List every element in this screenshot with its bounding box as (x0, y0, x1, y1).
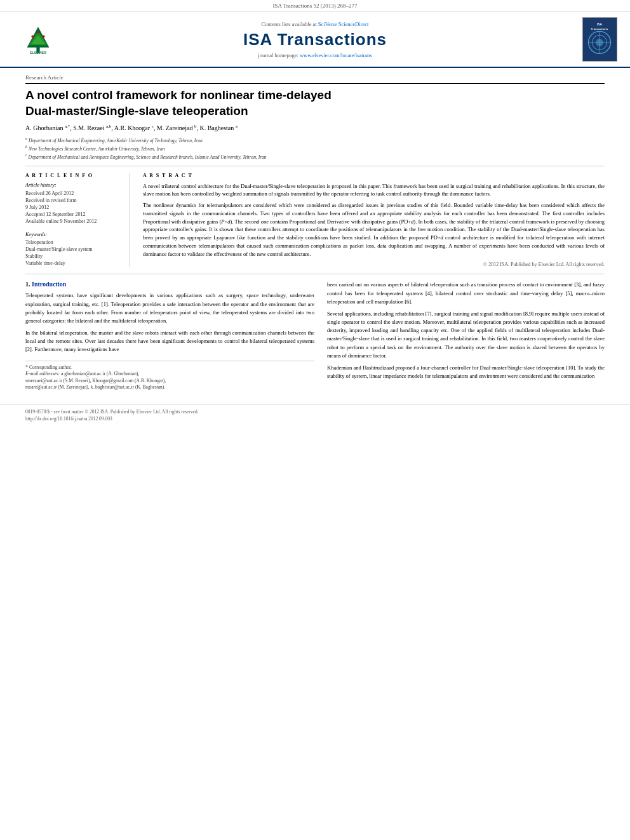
intro-para-2: In the bilateral teleoperation, the mast… (25, 329, 314, 354)
intro-section: 1. Introduction Teleoperated systems hav… (25, 281, 605, 390)
main-content: Research Article A novel control framewo… (0, 68, 630, 397)
intro-right-para-1: been carried out on various aspects of b… (327, 281, 605, 306)
journal-cover-image: ISA Transactions (582, 17, 617, 62)
journal-homepage: journal homepage: www.elsevier.com/locat… (64, 52, 566, 58)
intro-left-col: 1. Introduction Teleoperated systems hav… (25, 281, 314, 390)
available-date: Available online 9 November 2012 (25, 218, 122, 225)
intro-para-1: Teleoperated systems have significant de… (25, 291, 314, 325)
intro-right-para-2: Several applications, including rehabili… (327, 310, 605, 360)
svg-text:Transactions: Transactions (591, 27, 608, 30)
received-date: Received 26 April 2012 (25, 190, 122, 197)
affiliation-3: c Department of Mechanical and Aerospace… (25, 152, 605, 161)
svg-point-5 (43, 35, 44, 37)
keywords-section: Keywords: Teleoperation Dual-master/Sing… (25, 232, 122, 267)
page-wrapper: ISA Transactions 52 (2013) 268–277 ELSEV… (0, 0, 630, 426)
footnote-email-label: E-mail addresses: a.ghorbanian@aut.ac.ir… (25, 371, 314, 378)
footnote-email-3: mzare@aut.ac.ir (M. Zareinejad), k_baghe… (25, 384, 314, 391)
affiliation-1: a Department of Mechanical Engineering, … (25, 136, 605, 144)
accepted-date: Accepted 12 September 2012 (25, 211, 122, 218)
svg-text:ELSEVIER: ELSEVIER (30, 51, 46, 55)
journal-header: ELSEVIER Contents lists available at Sci… (0, 12, 630, 68)
keyword-4: Variable time-delay (25, 260, 122, 267)
svg-point-6 (37, 31, 39, 33)
received-revised: Received in revised form9 July 2012 (25, 197, 122, 211)
footnote-email-2: smrezaei@aut.ac.ir (S.M. Rezaei), Khooga… (25, 378, 314, 385)
section-name: Introduction (32, 281, 66, 288)
abstract-title: A B S T R A C T (143, 173, 605, 178)
affiliation-2: b New Technologies Research Centre, Amir… (25, 144, 605, 152)
authors-line: A. Ghorbanian a,*, S.M. Rezaei a,b, A.R.… (25, 124, 605, 131)
article-title: A novel control framework for nonlinear … (25, 88, 605, 119)
history-label: Article history: (25, 182, 122, 188)
section-divider (25, 274, 605, 274)
contents-line: Contents lists available at SciVerse Sci… (64, 21, 566, 27)
keyword-3: Stability (25, 253, 122, 260)
issn-text: 0019-0578/$ - see front matter © 2012 IS… (25, 408, 605, 415)
article-info-title: A R T I C L E I N F O (25, 173, 122, 178)
journal-logo-area: ELSEVIER (13, 24, 64, 55)
affiliations: a Department of Mechanical Engineering, … (25, 136, 605, 166)
elsevier-logo: ELSEVIER (16, 24, 60, 55)
article-info-column: A R T I C L E I N F O Article history: R… (25, 173, 130, 268)
journal-header-center: Contents lists available at SciVerse Sci… (64, 18, 566, 61)
svg-text:ISA: ISA (597, 23, 603, 26)
keyword-1: Teleoperation (25, 239, 122, 246)
homepage-link[interactable]: www.elsevier.com/locate/isatrans (300, 52, 372, 58)
abstract-column: A B S T R A C T A novel trilateral contr… (143, 173, 605, 268)
svg-point-4 (32, 35, 34, 37)
article-type: Research Article (25, 74, 605, 84)
journal-cover-area: ISA Transactions (566, 17, 617, 62)
sciverse-link[interactable]: SciVerse ScienceDirect (318, 21, 369, 27)
citation-text: ISA Transactions 52 (2013) 268–277 (272, 3, 357, 9)
article-info-abstract: A R T I C L E I N F O Article history: R… (25, 173, 605, 268)
intro-right-col: been carried out on various aspects of b… (327, 281, 605, 390)
abstract-paragraph-2: The nonlinear dynamics for telemanipulat… (143, 201, 605, 258)
footnote-star: * Corresponding author. (25, 364, 314, 371)
bottom-bar: 0019-0578/$ - see front matter © 2012 IS… (0, 404, 630, 427)
section-title: 1. Introduction (25, 281, 314, 288)
keywords-label: Keywords: (25, 232, 122, 237)
doi-text: http://dx.doi.org/10.1016/j.isatra.2012.… (25, 415, 605, 422)
footnotes: * Corresponding author. E-mail addresses… (25, 361, 314, 391)
section-number: 1. (25, 281, 32, 288)
keyword-2: Dual-master/Single-slave system (25, 246, 122, 253)
citation-bar: ISA Transactions 52 (2013) 268–277 (0, 0, 630, 12)
journal-title: ISA Transactions (64, 30, 566, 50)
intro-right-para-3: Khademian and Hashtrudizaad proposed a f… (327, 364, 605, 380)
abstract-copyright: © 2012 ISA. Published by Elsevier Ltd. A… (143, 262, 605, 267)
abstract-paragraph-1: A novel trilateral control architecture … (143, 182, 605, 199)
